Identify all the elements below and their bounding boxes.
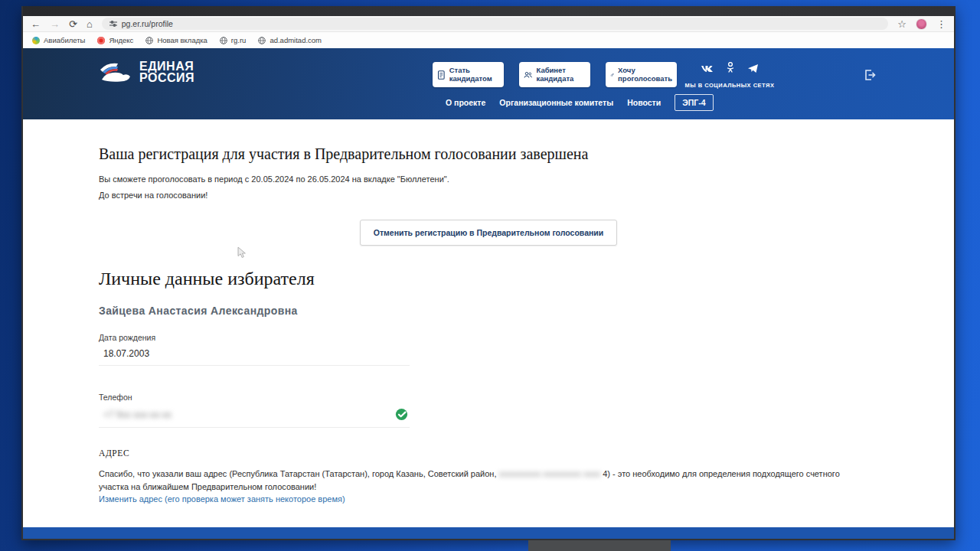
ok-icon[interactable] (727, 62, 734, 77)
er-logo[interactable]: ЕДИНАЯ РОССИЯ (98, 60, 194, 83)
bookmark-rg-ru[interactable]: rg.ru (220, 36, 247, 44)
bookmark-favicon (32, 37, 40, 44)
rocket-icon (610, 69, 614, 81)
site-info-icon[interactable] (109, 17, 117, 31)
want-to-vote-button[interactable]: Хочу проголосовать (606, 62, 677, 87)
people-icon (524, 70, 532, 80)
voter-name: Зайцева Анастасия Александровна (99, 305, 954, 317)
globe-icon (258, 37, 266, 44)
phone-value-redacted[interactable]: +7 9xx xxx-xx-xx (103, 409, 172, 420)
home-button[interactable]: ⌂ (87, 19, 93, 29)
address-text: Спасибо, что указали ваш адрес (Республи… (99, 468, 867, 506)
bookmark-favicon (97, 37, 105, 44)
bear-flag-icon (98, 60, 133, 83)
page-title: Ваша регистрация для участия в Предварит… (99, 145, 954, 163)
url-input[interactable]: pg.er.ru/profile (102, 18, 889, 30)
voting-period-text: Вы сможете проголосовать в период с 20.0… (99, 174, 954, 184)
bookmark-new-tab[interactable]: Новая вкладка (145, 36, 207, 44)
birth-date-field: Дата рождения 18.07.2003 (99, 333, 410, 366)
forward-button[interactable]: → (50, 19, 60, 29)
farewell-text: До встречи на голосовании! (99, 191, 954, 200)
nav-epg-4[interactable]: ЭПГ-4 (675, 94, 713, 111)
cancel-registration-button[interactable]: Отменить регистрацию в Предварительном г… (360, 220, 617, 246)
bookmark-star-icon[interactable]: ☆ (897, 19, 906, 29)
candidate-cabinet-button[interactable]: Кабинет кандидата (519, 62, 590, 87)
become-candidate-button[interactable]: Стать кандидатом (433, 62, 504, 87)
web-page: ЕДИНАЯ РОССИЯ Стать кандидатом Кабинет к… (23, 48, 954, 539)
telegram-icon[interactable] (747, 63, 759, 77)
header-actions: Стать кандидатом Кабинет кандидата Хочу … (433, 62, 677, 87)
browser-toolbar: ← → ⟳ ⌂ pg.er.ru/profile ☆ ⋮ (23, 16, 954, 32)
browser-tabstrip[interactable] (23, 6, 954, 16)
cancel-registration-wrap: Отменить регистрацию в Предварительном г… (23, 220, 954, 246)
registration-complete-section: Ваша регистрация для участия в Предварит… (23, 119, 954, 200)
nav-about-project[interactable]: О проекте (446, 98, 485, 107)
refresh-button[interactable]: ⟳ (69, 19, 77, 29)
phone-verified-check-icon (395, 408, 408, 421)
nav-org-committees[interactable]: Организационные комитеты (499, 98, 613, 107)
bookmark-admitad[interactable]: ad.admitad.com (258, 36, 322, 44)
bookmarks-bar: Авиабилеты Яндекс Новая вкладка rg.ru ad… (23, 32, 954, 48)
back-button[interactable]: ← (31, 19, 41, 29)
address-section: АДРЕС Спасибо, что указали ваш адрес (Ре… (99, 448, 954, 506)
nav-news[interactable]: Новости (627, 98, 661, 107)
birth-date-value[interactable]: 18.07.2003 (103, 348, 149, 359)
address-heading: АДРЕС (99, 448, 954, 458)
vk-icon[interactable] (701, 63, 714, 77)
logout-button[interactable] (864, 69, 876, 83)
social-block: МЫ В СОЦИАЛЬНЫХ СЕТЯХ (679, 62, 780, 89)
profile-avatar[interactable] (916, 18, 927, 30)
logo-text: ЕДИНАЯ РОССИЯ (139, 60, 194, 83)
personal-data-section: Личные данные избирателя Зайцева Анастас… (23, 269, 954, 506)
address-redacted-segment: xxxxxxxxxx xxxxxxxxx xxxx (499, 469, 601, 478)
browser-menu-button[interactable]: ⋮ (936, 19, 946, 29)
document-icon (437, 69, 446, 81)
site-footer (23, 527, 954, 539)
logout-icon (864, 69, 876, 81)
globe-icon (220, 37, 227, 44)
bookmark-aviabilety[interactable]: Авиабилеты (32, 36, 85, 44)
bookmark-yandex[interactable]: Яндекс (97, 36, 133, 44)
birth-date-label: Дата рождения (99, 333, 410, 342)
taskbar-fragment (528, 540, 671, 551)
url-text: pg.er.ru/profile (122, 19, 173, 28)
site-nav: О проекте Организационные комитеты Новос… (446, 94, 714, 111)
globe-icon (145, 37, 153, 44)
site-header: ЕДИНАЯ РОССИЯ Стать кандидатом Кабинет к… (23, 48, 954, 119)
browser-window: ← → ⟳ ⌂ pg.er.ru/profile ☆ ⋮ Авиабилеты … (21, 6, 956, 540)
change-address-link[interactable]: Изменить адрес (его проверка может занят… (99, 494, 345, 504)
phone-label: Телефон (99, 393, 410, 402)
social-caption: МЫ В СОЦИАЛЬНЫХ СЕТЯХ (685, 82, 775, 89)
personal-data-title: Личные данные избирателя (99, 269, 954, 289)
phone-field: Телефон +7 9xx xxx-xx-xx (99, 393, 410, 428)
page-main: Ваша регистрация для участия в Предварит… (23, 119, 954, 527)
